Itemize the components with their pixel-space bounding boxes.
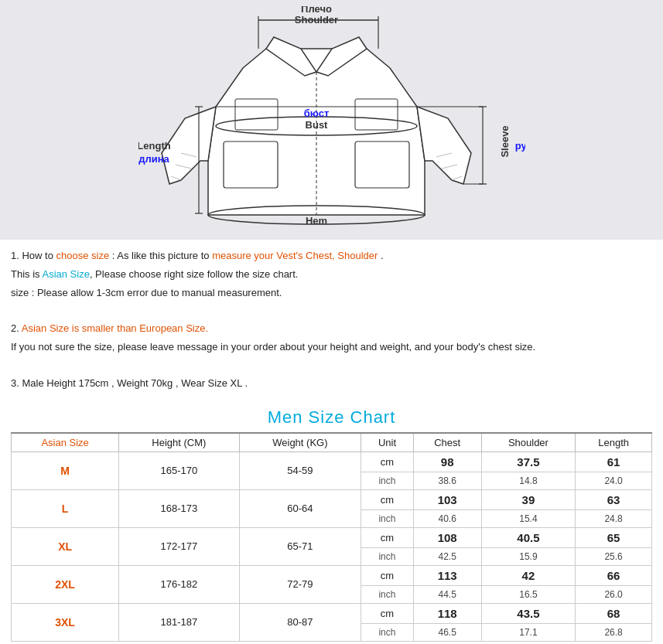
cell-unit-cm: cm <box>361 565 414 585</box>
cell-chest-cm: 118 <box>413 603 481 623</box>
cell-chest-cm: 103 <box>413 489 481 509</box>
cell-size: XL <box>12 527 119 565</box>
cell-shoulder-inch: 14.8 <box>481 472 576 489</box>
cell-chest-inch: 38.6 <box>413 472 481 489</box>
cell-size: L <box>12 489 119 527</box>
cell-length-inch: 24.0 <box>576 472 652 489</box>
cell-length-cm: 68 <box>576 603 652 623</box>
info-line-3: size : Please allow 1-3cm error due to m… <box>11 285 652 302</box>
cell-unit-cm: cm <box>361 451 414 472</box>
cell-size: 3XL <box>12 603 119 641</box>
svg-text:бюст: бюст <box>303 107 329 119</box>
cell-unit-inch: inch <box>361 623 414 641</box>
table-row-cm: 3XL181-18780-87cm11843.568 <box>12 603 652 623</box>
size-table: Asian Size Height (CM) Weight (KG) Unit … <box>11 432 652 642</box>
svg-text:длина: длина <box>138 153 169 165</box>
table-row-cm: L168-17360-64cm1033963 <box>12 489 652 509</box>
svg-text:Shoulder: Shoulder <box>294 14 337 26</box>
col-header-height: Height (CM) <box>119 433 239 452</box>
cell-length-inch: 24.8 <box>576 509 652 527</box>
cell-weight: 65-71 <box>239 527 361 565</box>
cell-chest-cm: 98 <box>413 451 481 472</box>
info-line-5: If you not sure the size, please leave m… <box>11 339 652 356</box>
jacket-diagram: Плечо Shoulder Length длина бюст Bust He… <box>138 6 525 234</box>
cell-chest-cm: 113 <box>413 565 481 585</box>
cell-length-inch: 25.6 <box>576 547 652 565</box>
cell-length-inch: 26.0 <box>576 585 652 603</box>
diagram-section: Плечо Shoulder Length длина бюст Bust He… <box>0 0 663 240</box>
cell-size: M <box>12 451 119 489</box>
cell-unit-cm: cm <box>361 489 414 509</box>
cell-weight: 54-59 <box>239 451 361 489</box>
cell-shoulder-cm: 43.5 <box>481 603 576 623</box>
cell-shoulder-cm: 42 <box>481 565 576 585</box>
cell-height: 165-170 <box>119 451 239 489</box>
svg-text:рукав: рукав <box>514 140 525 152</box>
cell-chest-inch: 42.5 <box>413 547 481 565</box>
svg-text:Sleeve: Sleeve <box>499 125 511 157</box>
cell-unit-inch: inch <box>361 472 414 489</box>
cell-height: 181-187 <box>119 603 239 641</box>
cell-chest-cm: 108 <box>413 527 481 547</box>
col-header-length: Length <box>576 433 652 452</box>
cell-height: 176-182 <box>119 565 239 603</box>
table-row-cm: 2XL176-18272-79cm1134266 <box>12 565 652 585</box>
svg-text:Bust: Bust <box>305 119 328 131</box>
table-row-cm: M165-17054-59cm9837.561 <box>12 451 652 472</box>
col-header-unit: Unit <box>361 433 414 452</box>
cell-chest-inch: 40.6 <box>413 509 481 527</box>
cell-shoulder-cm: 40.5 <box>481 527 576 547</box>
cell-unit-cm: cm <box>361 527 414 547</box>
cell-length-inch: 26.8 <box>576 623 652 641</box>
cell-shoulder-cm: 37.5 <box>481 451 576 472</box>
cell-size: 2XL <box>12 565 119 603</box>
cell-length-cm: 65 <box>576 527 652 547</box>
cell-weight: 72-79 <box>239 565 361 603</box>
cell-weight: 60-64 <box>239 489 361 527</box>
cell-length-cm: 63 <box>576 489 652 509</box>
cell-shoulder-inch: 15.9 <box>481 547 576 565</box>
cell-unit-cm: cm <box>361 603 414 623</box>
cell-unit-inch: inch <box>361 547 414 565</box>
table-row-cm: XL172-17765-71cm10840.565 <box>12 527 652 547</box>
cell-unit-inch: inch <box>361 585 414 603</box>
cell-length-cm: 61 <box>576 451 652 472</box>
svg-text:Hem: Hem <box>305 215 326 227</box>
cell-height: 172-177 <box>119 527 239 565</box>
cell-length-cm: 66 <box>576 565 652 585</box>
col-header-asian-size: Asian Size <box>12 433 119 452</box>
info-line-6: 3. Male Height 175cm , Weight 70kg , Wea… <box>11 375 652 392</box>
col-header-shoulder: Shoulder <box>481 433 576 452</box>
cell-unit-inch: inch <box>361 509 414 527</box>
info-line-2: This is Asian Size, Please choose right … <box>11 266 652 283</box>
cell-shoulder-cm: 39 <box>481 489 576 509</box>
cell-shoulder-inch: 16.5 <box>481 585 576 603</box>
cell-chest-inch: 44.5 <box>413 585 481 603</box>
cell-chest-inch: 46.5 <box>413 623 481 641</box>
col-header-weight: Weight (KG) <box>239 433 361 452</box>
col-header-chest: Chest <box>413 433 481 452</box>
info-section: 1. How to choose size : As like this pic… <box>0 240 663 398</box>
cell-shoulder-inch: 17.1 <box>481 623 576 641</box>
table-title: Men Size Chart <box>0 407 663 428</box>
svg-text:Length: Length <box>138 140 171 152</box>
info-line-4: 2. Asian Size is smaller than European S… <box>11 320 652 337</box>
cell-weight: 80-87 <box>239 603 361 641</box>
info-line-1: 1. How to choose size : As like this pic… <box>11 247 652 264</box>
cell-height: 168-173 <box>119 489 239 527</box>
cell-shoulder-inch: 15.4 <box>481 509 576 527</box>
